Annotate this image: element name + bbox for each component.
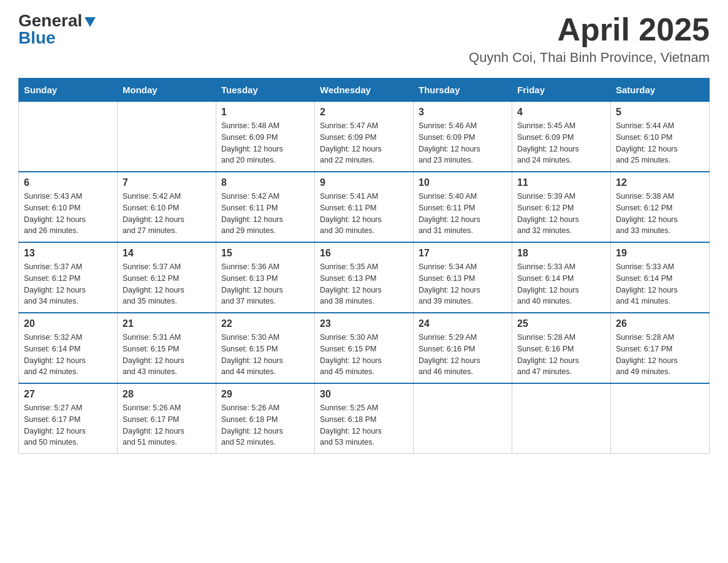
- day-number: 6: [24, 177, 112, 188]
- day-info: Sunrise: 5:42 AM Sunset: 6:10 PM Dayligh…: [123, 191, 211, 237]
- day-number: 16: [320, 248, 408, 259]
- day-number: 14: [123, 248, 211, 259]
- logo: General Blue: [18, 12, 97, 47]
- calendar-cell: 2Sunrise: 5:47 AM Sunset: 6:09 PM Daylig…: [315, 102, 414, 172]
- day-number: 10: [419, 177, 507, 188]
- calendar-week-row: 1Sunrise: 5:48 AM Sunset: 6:09 PM Daylig…: [19, 102, 710, 172]
- day-number: 18: [517, 248, 605, 259]
- calendar-cell: 27Sunrise: 5:27 AM Sunset: 6:17 PM Dayli…: [19, 383, 118, 454]
- calendar-table: SundayMondayTuesdayWednesdayThursdayFrid…: [18, 78, 710, 454]
- day-info: Sunrise: 5:29 AM Sunset: 6:16 PM Dayligh…: [419, 332, 507, 378]
- day-number: 9: [320, 177, 408, 188]
- day-number: 25: [517, 318, 605, 329]
- day-number: 11: [517, 177, 605, 188]
- day-info: Sunrise: 5:32 AM Sunset: 6:14 PM Dayligh…: [24, 332, 112, 378]
- calendar-cell: 6Sunrise: 5:43 AM Sunset: 6:10 PM Daylig…: [19, 172, 118, 242]
- day-info: Sunrise: 5:30 AM Sunset: 6:15 PM Dayligh…: [320, 332, 408, 378]
- day-info: Sunrise: 5:25 AM Sunset: 6:18 PM Dayligh…: [320, 402, 408, 448]
- day-info: Sunrise: 5:30 AM Sunset: 6:15 PM Dayligh…: [221, 332, 309, 378]
- calendar-header-sunday: Sunday: [19, 79, 118, 102]
- calendar-header-tuesday: Tuesday: [216, 79, 315, 102]
- day-info: Sunrise: 5:42 AM Sunset: 6:11 PM Dayligh…: [221, 191, 309, 237]
- day-number: 5: [616, 107, 704, 118]
- calendar-cell: 15Sunrise: 5:36 AM Sunset: 6:13 PM Dayli…: [216, 242, 315, 313]
- day-number: 3: [419, 107, 507, 118]
- calendar-cell: 18Sunrise: 5:33 AM Sunset: 6:14 PM Dayli…: [512, 242, 611, 313]
- calendar-cell: 22Sunrise: 5:30 AM Sunset: 6:15 PM Dayli…: [216, 313, 315, 383]
- calendar-cell: 12Sunrise: 5:38 AM Sunset: 6:12 PM Dayli…: [611, 172, 710, 242]
- calendar-cell: 13Sunrise: 5:37 AM Sunset: 6:12 PM Dayli…: [19, 242, 118, 313]
- logo-general: General: [18, 12, 82, 29]
- day-number: 1: [221, 107, 309, 118]
- calendar-cell: 11Sunrise: 5:39 AM Sunset: 6:12 PM Dayli…: [512, 172, 611, 242]
- day-info: Sunrise: 5:33 AM Sunset: 6:14 PM Dayligh…: [616, 261, 704, 307]
- page-header: General Blue April 2025 Quynh Coi, Thai …: [18, 12, 710, 66]
- day-info: Sunrise: 5:37 AM Sunset: 6:12 PM Dayligh…: [123, 261, 211, 307]
- day-info: Sunrise: 5:38 AM Sunset: 6:12 PM Dayligh…: [616, 191, 704, 237]
- day-info: Sunrise: 5:40 AM Sunset: 6:11 PM Dayligh…: [419, 191, 507, 237]
- calendar-cell: 1Sunrise: 5:48 AM Sunset: 6:09 PM Daylig…: [216, 102, 315, 172]
- calendar-header-friday: Friday: [512, 79, 611, 102]
- day-number: 29: [221, 389, 309, 400]
- calendar-header-saturday: Saturday: [611, 79, 710, 102]
- day-number: 20: [24, 318, 112, 329]
- day-info: Sunrise: 5:43 AM Sunset: 6:10 PM Dayligh…: [24, 191, 112, 237]
- logo-blue: Blue: [18, 28, 56, 47]
- day-info: Sunrise: 5:41 AM Sunset: 6:11 PM Dayligh…: [320, 191, 408, 237]
- day-number: 30: [320, 389, 408, 400]
- day-info: Sunrise: 5:48 AM Sunset: 6:09 PM Dayligh…: [221, 120, 309, 166]
- calendar-cell: 19Sunrise: 5:33 AM Sunset: 6:14 PM Dayli…: [611, 242, 710, 313]
- day-info: Sunrise: 5:44 AM Sunset: 6:10 PM Dayligh…: [616, 120, 704, 166]
- calendar-cell: [118, 102, 216, 172]
- day-info: Sunrise: 5:33 AM Sunset: 6:14 PM Dayligh…: [517, 261, 605, 307]
- day-info: Sunrise: 5:47 AM Sunset: 6:09 PM Dayligh…: [320, 120, 408, 166]
- svg-marker-0: [85, 17, 96, 27]
- calendar-cell: 7Sunrise: 5:42 AM Sunset: 6:10 PM Daylig…: [118, 172, 216, 242]
- calendar-cell: 10Sunrise: 5:40 AM Sunset: 6:11 PM Dayli…: [414, 172, 512, 242]
- calendar-cell: [414, 383, 512, 454]
- calendar-header-monday: Monday: [118, 79, 216, 102]
- calendar-cell: [19, 102, 118, 172]
- calendar-cell: [512, 383, 611, 454]
- calendar-week-row: 27Sunrise: 5:27 AM Sunset: 6:17 PM Dayli…: [19, 383, 710, 454]
- day-number: 19: [616, 248, 704, 259]
- day-number: 24: [419, 318, 507, 329]
- title-block: April 2025 Quynh Coi, Thai Binh Province…: [469, 12, 710, 66]
- day-number: 21: [123, 318, 211, 329]
- day-number: 7: [123, 177, 211, 188]
- day-number: 28: [123, 389, 211, 400]
- day-number: 23: [320, 318, 408, 329]
- day-info: Sunrise: 5:27 AM Sunset: 6:17 PM Dayligh…: [24, 402, 112, 448]
- calendar-cell: 14Sunrise: 5:37 AM Sunset: 6:12 PM Dayli…: [118, 242, 216, 313]
- page-title: April 2025: [469, 12, 710, 47]
- day-number: 17: [419, 248, 507, 259]
- calendar-cell: 28Sunrise: 5:26 AM Sunset: 6:17 PM Dayli…: [118, 383, 216, 454]
- day-number: 2: [320, 107, 408, 118]
- day-info: Sunrise: 5:31 AM Sunset: 6:15 PM Dayligh…: [123, 332, 211, 378]
- calendar-header-wednesday: Wednesday: [315, 79, 414, 102]
- calendar-cell: 9Sunrise: 5:41 AM Sunset: 6:11 PM Daylig…: [315, 172, 414, 242]
- calendar-cell: 24Sunrise: 5:29 AM Sunset: 6:16 PM Dayli…: [414, 313, 512, 383]
- day-info: Sunrise: 5:34 AM Sunset: 6:13 PM Dayligh…: [419, 261, 507, 307]
- calendar-week-row: 20Sunrise: 5:32 AM Sunset: 6:14 PM Dayli…: [19, 313, 710, 383]
- calendar-cell: 30Sunrise: 5:25 AM Sunset: 6:18 PM Dayli…: [315, 383, 414, 454]
- day-info: Sunrise: 5:37 AM Sunset: 6:12 PM Dayligh…: [24, 261, 112, 307]
- day-info: Sunrise: 5:26 AM Sunset: 6:17 PM Dayligh…: [123, 402, 211, 448]
- calendar-cell: 20Sunrise: 5:32 AM Sunset: 6:14 PM Dayli…: [19, 313, 118, 383]
- calendar-cell: 5Sunrise: 5:44 AM Sunset: 6:10 PM Daylig…: [611, 102, 710, 172]
- page-subtitle: Quynh Coi, Thai Binh Province, Vietnam: [469, 50, 710, 66]
- day-info: Sunrise: 5:46 AM Sunset: 6:09 PM Dayligh…: [419, 120, 507, 166]
- logo-triangle-icon: [83, 15, 97, 28]
- day-number: 4: [517, 107, 605, 118]
- calendar-cell: 26Sunrise: 5:28 AM Sunset: 6:17 PM Dayli…: [611, 313, 710, 383]
- calendar-cell: 4Sunrise: 5:45 AM Sunset: 6:09 PM Daylig…: [512, 102, 611, 172]
- calendar-cell: 8Sunrise: 5:42 AM Sunset: 6:11 PM Daylig…: [216, 172, 315, 242]
- day-number: 15: [221, 248, 309, 259]
- day-number: 12: [616, 177, 704, 188]
- day-number: 27: [24, 389, 112, 400]
- day-number: 8: [221, 177, 309, 188]
- day-info: Sunrise: 5:28 AM Sunset: 6:16 PM Dayligh…: [517, 332, 605, 378]
- calendar-cell: 21Sunrise: 5:31 AM Sunset: 6:15 PM Dayli…: [118, 313, 216, 383]
- calendar-cell: 16Sunrise: 5:35 AM Sunset: 6:13 PM Dayli…: [315, 242, 414, 313]
- calendar-header-thursday: Thursday: [414, 79, 512, 102]
